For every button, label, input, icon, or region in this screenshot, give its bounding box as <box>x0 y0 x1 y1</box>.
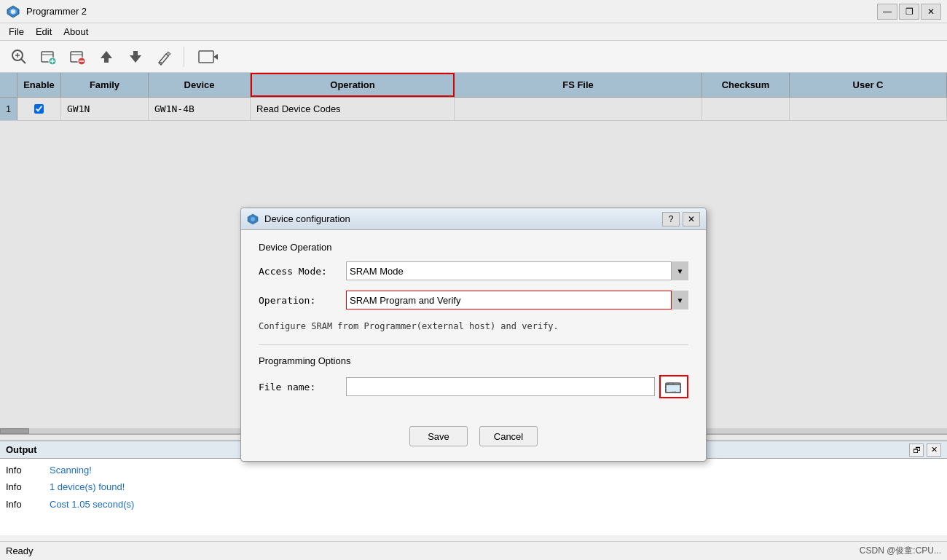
dialog-footer: Save Cancel <box>241 420 706 461</box>
svg-rect-21 <box>199 51 213 63</box>
td-family: GW1N <box>61 98 149 120</box>
dialog-title: Device configuration <box>264 213 350 224</box>
th-operation: Operation <box>251 73 455 97</box>
svg-rect-19 <box>133 51 138 55</box>
close-button[interactable]: ✕ <box>921 4 941 20</box>
svg-text:...: ... <box>672 387 677 393</box>
edit-button[interactable] <box>152 44 178 69</box>
output-type-2: Info <box>6 478 35 495</box>
operation-label: Operation: <box>259 295 346 306</box>
app-icon <box>6 4 20 19</box>
output-msg-1: Scanning! <box>50 462 92 478</box>
access-mode-label: Access Mode: <box>259 266 346 277</box>
table-header: Enable Family Device Operation FS File C… <box>0 73 947 98</box>
menu-edit[interactable]: Edit <box>30 25 58 39</box>
output-msg-3: Cost 1.05 second(s) <box>50 496 134 513</box>
output-type-1: Info <box>6 462 35 478</box>
output-content: Info Scanning! Info 1 device(s) found! I… <box>0 459 947 535</box>
th-family: Family <box>61 73 149 97</box>
menu-file[interactable]: File <box>3 25 30 39</box>
th-userc: User C <box>790 73 947 97</box>
operation-control: SRAM Program and Verify SRAM Program SRA… <box>346 291 688 309</box>
app-title: Programmer 2 <box>26 6 87 17</box>
save-button[interactable]: Save <box>409 426 468 446</box>
svg-marker-22 <box>213 54 218 60</box>
toolbar <box>0 41 947 73</box>
access-mode-row: Access Mode: SRAM Mode Flash Mode MCU Mo… <box>259 261 688 280</box>
operation-select[interactable]: SRAM Program and Verify SRAM Program SRA… <box>346 291 688 309</box>
operation-row: Operation: SRAM Program and Verify SRAM … <box>259 291 688 309</box>
output-restore-button[interactable]: 🗗 <box>909 443 924 457</box>
svg-point-24 <box>251 217 255 221</box>
start-button[interactable] <box>190 44 225 69</box>
cancel-button[interactable]: Cancel <box>479 426 538 446</box>
dialog-help-button[interactable]: ? <box>662 212 680 226</box>
move-up-button[interactable] <box>93 44 119 69</box>
output-close-button[interactable]: ✕ <box>927 443 941 457</box>
status-text: Ready <box>6 545 34 556</box>
output-type-3: Info <box>6 496 35 513</box>
svg-line-4 <box>21 59 25 63</box>
menu-about[interactable]: About <box>58 25 94 39</box>
td-fsfile <box>455 98 702 120</box>
file-browse-button[interactable]: ... <box>659 375 688 398</box>
th-checksum: Checksum <box>702 73 790 97</box>
td-checksum <box>702 98 790 120</box>
row-number: 1 <box>0 98 17 120</box>
modal-overlay: Device configuration ? ✕ Device Operatio… <box>0 73 947 434</box>
main-area: Enable Family Device Operation FS File C… <box>0 73 947 435</box>
device-config-dialog: Device configuration ? ✕ Device Operatio… <box>240 208 707 462</box>
td-operation: Read Device Codes <box>251 98 455 120</box>
dialog-content: Device Operation Access Mode: SRAM Mode … <box>241 230 706 420</box>
output-line-3: Info Cost 1.05 second(s) <box>6 496 941 513</box>
row-enable-checkbox[interactable] <box>34 104 44 114</box>
programming-options-label: Programming Options <box>259 355 688 366</box>
output-title: Output <box>6 444 37 455</box>
output-line-2: Info 1 device(s) found! <box>6 478 941 495</box>
td-device: GW1N-4B <box>149 98 251 120</box>
th-device: Device <box>149 73 251 97</box>
scan-button[interactable] <box>6 44 32 69</box>
dialog-divider <box>259 344 688 345</box>
td-userc <box>790 98 947 120</box>
status-bar: Ready CSDN @俊童:CPU... <box>0 541 947 560</box>
svg-marker-16 <box>101 51 112 58</box>
move-down-button[interactable] <box>122 44 149 69</box>
title-bar: Programmer 2 — ❐ ✕ <box>0 0 947 23</box>
scroll-thumb[interactable] <box>0 428 29 434</box>
access-mode-select[interactable]: SRAM Mode Flash Mode MCU Mode <box>346 261 688 280</box>
output-line-1: Info Scanning! <box>6 462 941 478</box>
remove-button[interactable] <box>64 44 90 69</box>
toolbar-separator <box>184 47 184 67</box>
td-enable[interactable] <box>17 98 61 120</box>
file-name-row: File name: ... <box>259 375 688 398</box>
access-mode-control: SRAM Mode Flash Mode MCU Mode ▼ <box>346 261 688 280</box>
file-name-label: File name: <box>259 382 346 393</box>
dialog-close-button[interactable]: ✕ <box>683 212 700 226</box>
operation-description: Configure SRAM from Programmer(external … <box>259 320 688 333</box>
svg-point-2 <box>11 9 15 14</box>
restore-button[interactable]: ❐ <box>899 4 919 20</box>
svg-rect-17 <box>104 58 109 63</box>
menu-bar: File Edit About <box>0 23 947 41</box>
add-button[interactable] <box>35 44 61 69</box>
minimize-button[interactable]: — <box>877 4 897 20</box>
svg-marker-18 <box>130 55 141 63</box>
output-msg-2: 1 device(s) found! <box>50 478 125 495</box>
device-operation-label: Device Operation <box>259 242 688 253</box>
table-row[interactable]: 1 GW1N GW1N-4B Read Device Codes <box>0 98 947 121</box>
status-right: CSDN @俊童:CPU... <box>860 545 941 557</box>
th-enable: Enable <box>17 73 61 97</box>
dialog-titlebar: Device configuration ? ✕ <box>241 208 706 230</box>
th-fsfile: FS File <box>455 73 702 97</box>
file-name-input[interactable] <box>346 377 655 396</box>
